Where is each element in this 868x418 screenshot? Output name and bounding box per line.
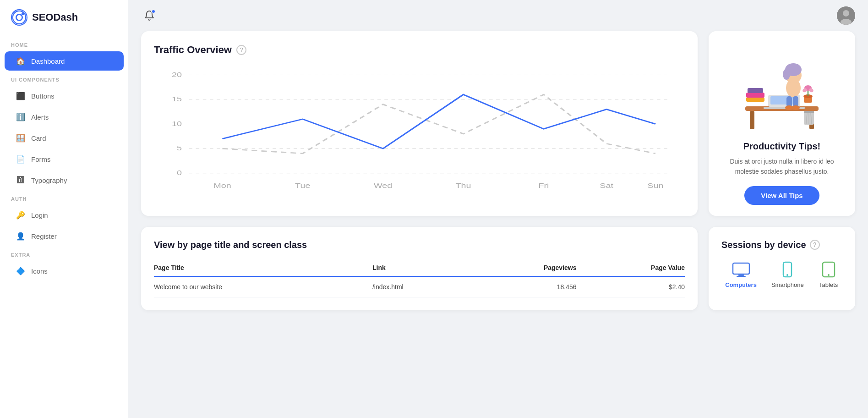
tablets-label: Tablets xyxy=(819,281,838,288)
table-title: View by page title and screen class xyxy=(154,240,685,250)
sidebar-item-icons[interactable]: 🔷 Icons xyxy=(5,261,124,280)
sidebar-item-alerts[interactable]: ℹ️ Alerts xyxy=(5,107,124,126)
svg-point-41 xyxy=(783,69,790,80)
buttons-icon: ⬛ xyxy=(16,91,26,101)
table-row: Welcome to our website /index.html 18,45… xyxy=(154,276,685,297)
device-tab-smartphone[interactable]: Smartphone xyxy=(771,261,804,288)
sessions-device-card: Sessions by device ? Computers xyxy=(709,227,855,310)
user-avatar[interactable] xyxy=(837,6,855,25)
svg-text:5: 5 xyxy=(177,144,182,152)
svg-rect-30 xyxy=(746,93,764,98)
traffic-chart: 20 15 10 5 0 Mon Tue Wed Thu Fri Sat Sun xyxy=(154,65,685,203)
col-page-title: Page Title xyxy=(154,259,372,276)
sidebar: SEODash HOME 🏠 Dashboard UI COMPONENTS ⬛… xyxy=(0,0,128,418)
sidebar-item-card[interactable]: 🪟 Card xyxy=(5,128,124,148)
svg-text:20: 20 xyxy=(172,71,182,78)
traffic-info-icon[interactable]: ? xyxy=(236,45,246,55)
col-link: Link xyxy=(372,259,472,276)
notification-dot xyxy=(151,9,156,14)
svg-text:Tue: Tue xyxy=(295,182,310,189)
sidebar-section-ui: UI COMPONENTS xyxy=(0,72,128,85)
sidebar-item-buttons[interactable]: ⬛ Buttons xyxy=(5,86,124,105)
svg-text:Mon: Mon xyxy=(213,182,231,189)
logo-icon xyxy=(11,9,27,26)
icons-icon: 🔷 xyxy=(16,266,26,276)
sidebar-item-login-label: Login xyxy=(31,211,48,219)
sidebar-item-login[interactable]: 🔑 Login xyxy=(5,205,124,225)
tablets-icon xyxy=(819,261,839,278)
dashboard-icon: 🏠 xyxy=(16,56,26,66)
cell-page-title: Welcome to our website xyxy=(154,276,372,297)
svg-text:10: 10 xyxy=(172,120,182,127)
alerts-icon: ℹ️ xyxy=(16,112,26,122)
svg-text:Wed: Wed xyxy=(374,182,392,189)
device-title: Sessions by device xyxy=(721,240,806,250)
sidebar-item-forms[interactable]: 📄 Forms xyxy=(5,149,124,169)
data-table: Page Title Link Pageviews Page Value Wel… xyxy=(154,259,685,297)
svg-text:0: 0 xyxy=(177,169,182,176)
smartphone-label: Smartphone xyxy=(771,281,804,288)
svg-rect-51 xyxy=(733,263,749,274)
device-info-icon[interactable]: ? xyxy=(810,240,820,250)
sidebar-item-forms-label: Forms xyxy=(31,155,51,163)
svg-rect-47 xyxy=(804,111,814,113)
svg-point-45 xyxy=(792,105,800,110)
svg-text:Sun: Sun xyxy=(647,182,663,189)
svg-point-4 xyxy=(843,10,849,16)
sidebar-item-alerts-label: Alerts xyxy=(31,113,49,121)
svg-text:15: 15 xyxy=(172,95,182,103)
svg-text:Sat: Sat xyxy=(600,182,613,189)
col-pageviews: Pageviews xyxy=(471,259,576,276)
sidebar-item-buttons-label: Buttons xyxy=(31,92,55,100)
sidebar-section-home: HOME xyxy=(0,37,128,50)
col-page-value: Page Value xyxy=(577,259,685,276)
main-content: Traffic Overview ? 20 xyxy=(128,0,868,418)
device-tabs: Computers Smartphone xyxy=(721,261,842,288)
bottom-row: View by page title and screen class Page… xyxy=(141,227,855,310)
sidebar-item-typography-label: Typography xyxy=(31,176,67,184)
device-tab-tablets[interactable]: Tablets xyxy=(819,261,839,288)
cell-link: /index.html xyxy=(372,276,472,297)
login-icon: 🔑 xyxy=(16,210,26,220)
notification-bell[interactable] xyxy=(141,7,158,24)
sidebar-item-typography[interactable]: 🅰 Typography xyxy=(5,170,124,190)
svg-text:Fri: Fri xyxy=(538,182,549,189)
cell-pageviews: 18,456 xyxy=(471,276,576,297)
device-tab-computers[interactable]: Computers xyxy=(725,261,757,288)
forms-icon: 📄 xyxy=(16,154,26,164)
sidebar-item-card-label: Card xyxy=(31,134,46,142)
svg-point-55 xyxy=(786,274,788,276)
chart-svg: 20 15 10 5 0 Mon Tue Wed Thu Fri Sat Sun xyxy=(154,65,685,203)
svg-rect-52 xyxy=(738,274,744,276)
svg-rect-31 xyxy=(748,88,763,93)
content-area: Traffic Overview ? 20 xyxy=(128,31,868,323)
sidebar-item-dashboard[interactable]: 🏠 Dashboard xyxy=(5,51,124,71)
traffic-overview-card: Traffic Overview ? 20 xyxy=(141,31,698,216)
sidebar-item-register[interactable]: 👤 Register xyxy=(5,226,124,246)
svg-rect-53 xyxy=(737,276,746,277)
computers-label: Computers xyxy=(725,281,757,288)
device-header: Sessions by device ? xyxy=(721,240,842,250)
typography-icon: 🅰 xyxy=(16,175,26,185)
smartphone-icon xyxy=(777,261,797,278)
traffic-title: Traffic Overview xyxy=(154,44,232,56)
sidebar-item-register-label: Register xyxy=(31,232,57,240)
register-icon: 👤 xyxy=(16,231,26,241)
sidebar-section-extra: EXTRA xyxy=(0,247,128,260)
card-icon: 🪟 xyxy=(16,133,26,143)
sidebar-section-auth: AUTH xyxy=(0,191,128,204)
svg-rect-24 xyxy=(750,111,754,129)
page-table-card: View by page title and screen class Page… xyxy=(141,227,698,310)
sidebar-logo: SEODash xyxy=(0,9,128,37)
productivity-tips-card: Productivity Tips! Duis at orci justo nu… xyxy=(709,31,855,216)
svg-rect-29 xyxy=(746,97,764,102)
svg-point-1 xyxy=(16,15,22,20)
view-all-tips-button[interactable]: View All Tips xyxy=(744,186,819,205)
svg-point-2 xyxy=(22,12,24,15)
computers-icon xyxy=(731,261,751,278)
tips-title: Productivity Tips! xyxy=(743,141,821,152)
svg-text:Thu: Thu xyxy=(455,182,471,189)
traffic-header: Traffic Overview ? xyxy=(154,44,685,56)
app-name: SEODash xyxy=(32,11,78,23)
svg-point-57 xyxy=(828,274,830,276)
